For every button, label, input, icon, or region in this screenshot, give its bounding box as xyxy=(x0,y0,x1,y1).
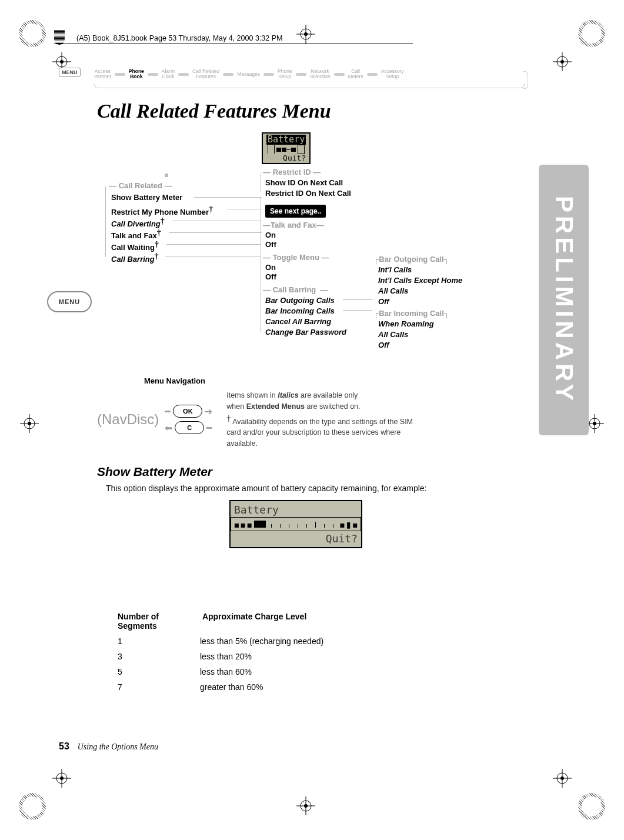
breadcrumb-separator xyxy=(148,73,158,76)
breadcrumb-separator xyxy=(223,73,233,76)
menu-navigation-block: Menu Navigation (NavDisc) ━ OK ➔ ⬅ C ━ I… xyxy=(97,376,509,449)
section-heading: Show Battery Meter xyxy=(97,465,212,479)
group-call-barring-label: — Call Barring — xyxy=(263,285,328,294)
cell-segments: 3 xyxy=(118,652,200,661)
breadcrumb-items: AccessInternetPhoneBookAlarmClockCall Re… xyxy=(94,69,404,80)
cell-level: greater than 60% xyxy=(200,682,412,692)
preliminary-label: PRELIMINARY xyxy=(550,196,578,404)
svg-point-7 xyxy=(560,60,564,64)
arrow-right-icon: ━ xyxy=(165,406,171,417)
cell-segments: 5 xyxy=(118,667,200,676)
item-toggle-off: Off xyxy=(265,272,276,281)
item-restrict-my-number: Restrict My Phone Number† xyxy=(111,205,213,216)
item-all-calls-in: All Calls xyxy=(378,330,408,339)
preliminary-tab: PRELIMINARY xyxy=(539,165,589,435)
svg-point-23 xyxy=(304,804,308,808)
section-intro: This option displays the approximate amo… xyxy=(106,484,506,493)
breadcrumb-item: AlarmClock xyxy=(162,69,175,80)
nav-note: Items shown in Italics are available onl… xyxy=(226,390,426,449)
table-row: 3less than 20% xyxy=(118,652,414,661)
arrow-right-icon: ➔ xyxy=(205,406,212,417)
item-toggle-on: On xyxy=(265,263,276,272)
registration-mark-icon xyxy=(550,50,574,74)
lcd-large-title: Battery xyxy=(234,504,358,516)
dagger-icon: † xyxy=(155,240,159,249)
cell-level: less than 20% xyxy=(200,652,412,661)
item-all-calls-out: All Calls xyxy=(378,286,408,295)
c-key-icon: C xyxy=(175,421,204,434)
registration-mark-icon xyxy=(18,412,41,435)
charge-level-table: Number of Segments Approximate Charge Le… xyxy=(118,606,414,692)
registration-mark-icon xyxy=(294,22,318,46)
table-header-level: Approximate Charge Level xyxy=(202,612,414,621)
registration-mark-icon xyxy=(294,794,318,818)
header-rule xyxy=(54,44,413,44)
group-restrict-id-label: — Restrict ID — xyxy=(263,168,321,176)
table-row: 1less than 5% (recharging needed) xyxy=(118,636,414,646)
running-header: (A5) Book_8J51.book Page 53 Thursday, Ma… xyxy=(76,34,282,42)
table-row: 5less than 60% xyxy=(118,667,414,676)
page-footer-text: Using the Options Menu xyxy=(78,742,158,751)
group-talk-fax-label: —Talk and Fax— xyxy=(263,221,324,229)
svg-point-15 xyxy=(560,776,564,780)
lcd-small-title: Battery xyxy=(266,135,306,145)
menu-tag: MENU xyxy=(59,68,81,77)
svg-point-11 xyxy=(60,776,64,780)
item-intl-except: Int'l Calls Except Home xyxy=(378,276,462,285)
menu-navigation-heading: Menu Navigation xyxy=(144,376,509,385)
svg-point-19 xyxy=(304,32,308,36)
group-call-related-label: — Call Related — xyxy=(109,181,172,190)
menu-tree-diagram: Battery Quit? — Call Related — Show Batt… xyxy=(97,132,509,368)
print-corner-mark xyxy=(19,20,46,47)
battery-icon: ▪▮▪ xyxy=(339,518,358,531)
print-corner-mark xyxy=(578,793,605,820)
breadcrumb-underline xyxy=(94,84,525,88)
navdisc-label: (NavDisc) xyxy=(97,411,159,428)
lcd-large-action: Quit? xyxy=(234,532,358,545)
item-show-id: Show ID On Next Call xyxy=(265,178,343,187)
item-off-out: Off xyxy=(378,297,389,306)
lcd-large: Battery ▪▪▪ ▪▮▪ Quit? xyxy=(229,500,362,548)
menu-key-badge: MENU xyxy=(47,291,92,312)
ok-key-icon: OK xyxy=(173,405,202,418)
table-header-segments: Number of Segments xyxy=(118,612,200,631)
table-row: 7greater than 60% xyxy=(118,682,414,692)
breadcrumb-separator xyxy=(296,73,306,76)
cell-level: less than 60% xyxy=(200,667,412,676)
group-bar-out-label: ┌Bar Outgoing Call┐ xyxy=(373,255,449,264)
svg-point-31 xyxy=(593,422,596,425)
item-change-bar-pw: Change Bar Password xyxy=(265,328,346,336)
signal-icon: ▪▪▪ xyxy=(233,518,253,531)
header-hatch-icon xyxy=(54,29,65,45)
item-show-battery-meter: Show Battery Meter xyxy=(111,193,182,202)
dagger-icon: † xyxy=(155,252,159,261)
item-when-roaming: When Roaming xyxy=(378,319,434,328)
lcd-small: Battery Quit? xyxy=(262,132,311,164)
item-tf-on: On xyxy=(265,231,276,239)
document-page: (A5) Book_8J51.book Page 53 Thursday, Ma… xyxy=(0,0,624,840)
print-corner-mark xyxy=(19,793,46,820)
dagger-icon: † xyxy=(157,228,161,237)
dagger-icon: † xyxy=(161,216,165,225)
breadcrumb-item: AccessorySetup xyxy=(381,69,404,80)
breadcrumb-separator xyxy=(178,73,189,76)
svg-point-27 xyxy=(28,422,31,425)
cell-segments: 7 xyxy=(118,682,200,692)
registration-mark-icon xyxy=(550,766,574,790)
page-footer: 53 Using the Options Menu xyxy=(59,741,158,752)
item-restrict-id: Restrict ID On Next Call xyxy=(265,189,351,198)
lcd-small-action: Quit? xyxy=(266,154,306,163)
item-cancel-barring: Cancel All Barring xyxy=(265,317,331,326)
item-tf-off: Off xyxy=(265,240,276,249)
group-bar-in-label: ┌Bar Incoming Call┐ xyxy=(373,309,449,318)
menu-breadcrumb: MENU AccessInternetPhoneBookAlarmClockCa… xyxy=(59,68,529,94)
see-next-box: See next page.. xyxy=(265,205,326,218)
page-number: 53 xyxy=(59,741,69,751)
print-corner-mark xyxy=(578,20,605,47)
breadcrumb-separator xyxy=(367,73,378,76)
breadcrumb-item: CallMeters xyxy=(348,69,363,80)
group-toggle-label: — Toggle Menu — xyxy=(263,253,329,262)
breadcrumb-separator xyxy=(263,73,274,76)
breadcrumb-item: PhoneSetup xyxy=(278,69,292,80)
breadcrumb-separator xyxy=(115,73,125,76)
